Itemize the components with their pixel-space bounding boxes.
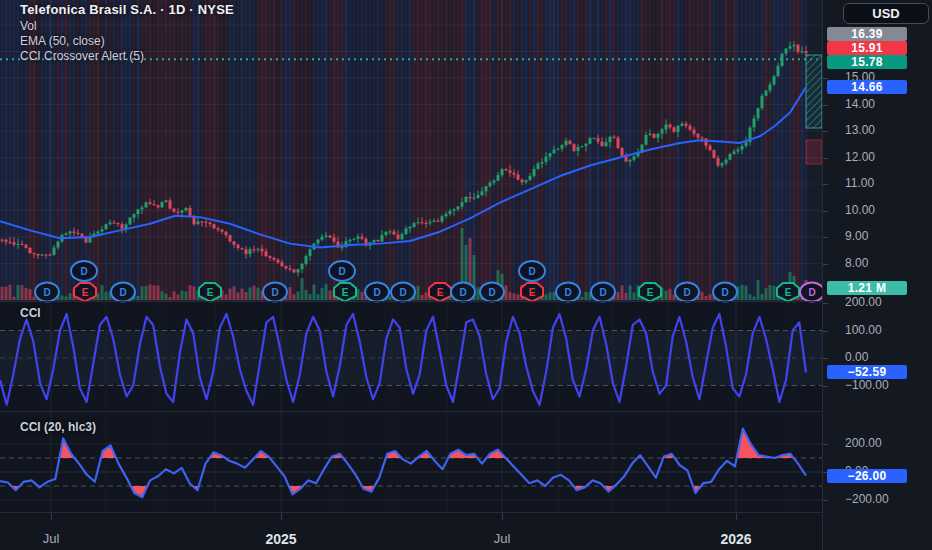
axis-tickmark [823,105,828,106]
axis-tickmark [823,264,828,265]
price-tick-label: 10.00 [845,203,875,217]
axis-tickmark [823,158,828,159]
time-tick-label: Jul [494,531,511,546]
dividend-marker[interactable]: D [263,283,287,302]
svg-text:D: D [399,287,406,298]
time-tick-label: Jul [43,531,60,546]
dividend-marker[interactable]: D [519,261,545,281]
earnings-marker[interactable]: E [199,283,221,302]
price-tick-label: 200.00 [845,295,882,309]
dividend-marker[interactable]: D [365,283,389,302]
target-zone-box[interactable] [806,55,822,128]
axis-tickmark [823,78,828,79]
axis-tickmark [823,184,828,185]
svg-text:D: D [119,287,126,298]
price-badge: 15.91 [827,41,907,55]
cci-pane-label[interactable]: CCI [20,306,41,320]
price-tick-label: −100.00 [845,378,889,392]
dividend-marker[interactable]: D [35,283,59,302]
svg-text:D: D [271,287,278,298]
dividend-marker[interactable]: D [391,283,415,302]
axis-tickmark [823,131,828,132]
svg-text:D: D [488,287,495,298]
axis-tickmark [823,444,828,445]
svg-text:D: D [373,287,380,298]
price-badge: 16.39 [827,27,907,41]
price-badge: 15.78 [827,55,907,69]
svg-text:E: E [342,287,349,298]
price-badge: 14.66 [827,80,907,94]
price-badge: −26.00 [827,469,907,483]
chart-canvas[interactable]: DDDDEDEDEDDEDDEDDEDDED [0,0,822,550]
svg-text:D: D [528,266,535,277]
cci20-pane-bg [0,411,822,512]
svg-text:D: D [721,287,728,298]
dividend-marker[interactable]: D [480,283,504,302]
svg-text:D: D [338,266,345,277]
time-axis[interactable]: Jul2025Jul2026 [0,512,822,550]
cci20-pane-label[interactable]: CCI (20, hlc3) [20,420,96,434]
dividend-marker[interactable]: D [800,283,822,302]
time-tickmark [281,513,282,520]
svg-text:D: D [459,287,466,298]
svg-text:D: D [808,287,815,298]
symbol-title[interactable]: Telefonica Brasil S.A. · 1D · NYSE [20,3,234,17]
stop-zone-box[interactable] [806,140,822,164]
chart-root: DDDDEDEDEDDEDDEDDEDDED Telefonica Brasil… [0,0,932,550]
svg-text:E: E [207,287,214,298]
dividend-marker[interactable]: D [556,283,580,302]
price-tick-label: 0.00 [845,350,868,364]
price-tick-label: 13.00 [845,123,875,137]
currency-button[interactable]: USD [843,3,929,24]
axis-tickmark [823,386,828,387]
earnings-marker[interactable]: E [639,283,661,302]
legend-cci-alert[interactable]: CCI Crossover Alert (5) [20,49,234,63]
time-tickmark [51,513,52,520]
axis-tickmark [823,331,828,332]
earnings-marker[interactable]: E [777,283,799,302]
dividend-marker[interactable]: D [713,283,737,302]
dividend-marker[interactable]: D [111,283,135,302]
legend-volume[interactable]: Vol [20,19,234,33]
time-tickmark [736,513,737,520]
earnings-marker[interactable]: E [429,283,451,302]
svg-text:D: D [564,287,571,298]
svg-text:E: E [437,287,444,298]
dividend-marker[interactable]: D [451,283,475,302]
svg-text:D: D [599,287,606,298]
legend: Telefonica Brasil S.A. · 1D · NYSE Vol E… [20,3,234,63]
price-tick-label: 12.00 [845,150,875,164]
price-tick-label: 200.00 [845,436,882,450]
price-tick-label: 14.00 [845,97,875,111]
price-tick-label: −200.00 [845,492,889,506]
cci-band [0,331,822,386]
axis-tickmark [823,211,828,212]
price-tick-label: 100.00 [845,323,882,337]
svg-text:D: D [683,287,690,298]
price-tick-label: 11.00 [845,176,874,190]
svg-text:E: E [82,287,89,298]
dividend-marker[interactable]: D [591,283,615,302]
price-tick-label: 8.00 [845,256,868,270]
price-badge: 1.21 M [827,281,907,295]
axis-tickmark [823,358,828,359]
price-axis[interactable]: USD 15.0014.0013.0012.0011.0010.009.008.… [822,0,932,550]
svg-text:D: D [80,266,87,277]
earnings-marker[interactable]: E [521,283,543,302]
earnings-marker[interactable]: E [334,283,356,302]
earnings-marker[interactable]: E [74,283,96,302]
axis-tickmark [823,237,828,238]
svg-text:E: E [529,287,536,298]
legend-ema[interactable]: EMA (50, close) [20,34,234,48]
time-tick-label: 2026 [720,531,751,547]
dividend-marker[interactable]: D [329,261,355,281]
svg-text:D: D [43,287,50,298]
time-tickmark [502,513,503,520]
axis-tickmark [823,303,828,304]
dividend-marker[interactable]: D [71,261,97,281]
price-tick-label: 9.00 [845,229,868,243]
time-tick-label: 2025 [265,531,296,547]
svg-text:E: E [785,287,792,298]
axis-tickmark [823,500,828,501]
dividend-marker[interactable]: D [675,283,699,302]
